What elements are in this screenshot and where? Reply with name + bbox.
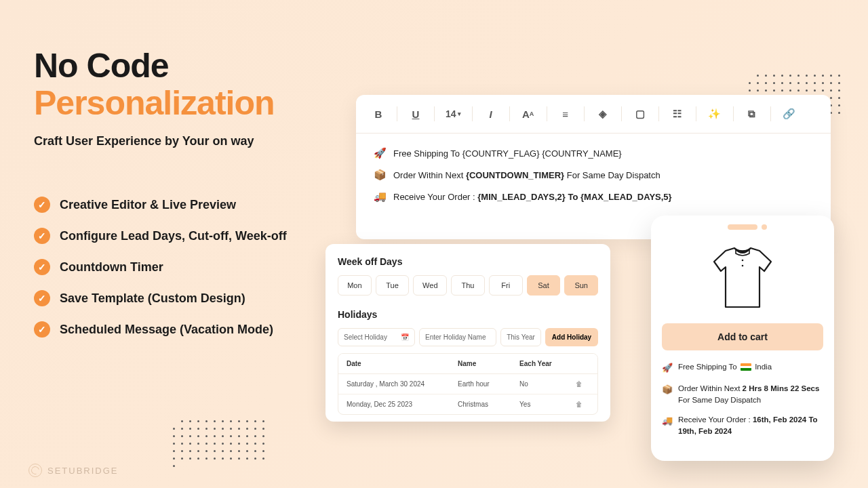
day-chip-tue[interactable]: Tue	[376, 275, 410, 296]
trash-icon[interactable]: 🗑	[569, 380, 589, 388]
hero-section: No Code Personalization Craft User Exper…	[34, 47, 332, 148]
dots-decoration	[173, 420, 265, 467]
holidays-title: Holidays	[338, 309, 598, 320]
cell-name: Christmas	[458, 401, 519, 408]
truck-icon: 🚚	[662, 414, 673, 438]
feature-label: Countdown Timer	[60, 260, 163, 274]
feature-item: ✓Countdown Timer	[34, 259, 287, 275]
feature-label: Creative Editor & Live Preview	[60, 198, 236, 212]
this-year-toggle[interactable]: This Year	[500, 328, 541, 346]
phone-line: 🚚Receive Your Order : 16th, Feb 2024 To …	[662, 414, 823, 438]
check-icon: ✓	[34, 228, 50, 244]
india-flag-icon	[741, 363, 751, 371]
rocket-icon: 🚀	[662, 361, 673, 375]
cell-each: No	[519, 380, 569, 388]
phone-line: 📦Order Within Next 2 Hrs 8 Mins 22 Secs …	[662, 383, 823, 407]
svg-point-1	[742, 265, 744, 267]
col-date: Date	[347, 360, 458, 367]
editor-content[interactable]: 🚀Free Shipping To {COUNTRY_FLAG} {COUNTR…	[356, 134, 831, 219]
editor-line: 🚚Receive Your Order : {MIN_LEAD_DAYS,2} …	[374, 190, 813, 203]
phone-notch	[651, 221, 834, 233]
font-size-select[interactable]: 14▾	[443, 104, 464, 123]
col-name: Name	[458, 360, 519, 367]
holiday-form: Select Holiday📅 Enter Holiday Name This …	[338, 328, 598, 346]
feature-label: Configure Lead Days, Cut-off, Week-off	[60, 229, 287, 243]
image-button[interactable]: ▢	[630, 104, 650, 123]
editor-toolbar: B U 14▾ I AA ≡ ◈ ▢ ☷ ✨ ⧉ 🔗	[356, 95, 831, 134]
phone-preview: Add to cart 🚀Free Shipping To India 📦Ord…	[651, 216, 834, 461]
feature-label: Save Template (Custom Design)	[60, 291, 245, 306]
calendar-icon: 📅	[401, 333, 409, 341]
list-button[interactable]: ☷	[667, 104, 688, 123]
editor-line: 🚀Free Shipping To {COUNTRY_FLAG} {COUNTR…	[374, 147, 813, 159]
editor-text: Free Shipping To {COUNTRY_FLAG} {COUNTRY…	[393, 148, 622, 159]
cell-date: Monday, Dec 25 2023	[347, 401, 458, 408]
feature-item: ✓Creative Editor & Live Preview	[34, 197, 287, 213]
feature-item: ✓Configure Lead Days, Cut-off, Week-off	[34, 228, 287, 244]
table-row: Monday, Dec 25 2023 Christmas Yes 🗑	[338, 394, 597, 414]
day-chip-sun[interactable]: Sun	[564, 275, 598, 296]
add-to-cart-button[interactable]: Add to cart	[662, 323, 823, 350]
day-chip-fri[interactable]: Fri	[489, 275, 523, 296]
cell-name: Earth hour	[458, 380, 519, 388]
check-icon: ✓	[34, 290, 50, 306]
table-row: Saturday , March 30 2024 Earth hour No 🗑	[338, 374, 597, 394]
feature-item: ✓Scheduled Message (Vacation Mode)	[34, 321, 287, 338]
italic-button[interactable]: I	[481, 104, 501, 123]
svg-point-0	[742, 260, 744, 262]
check-icon: ✓	[34, 197, 50, 213]
day-chip-wed[interactable]: Wed	[413, 275, 447, 296]
hero-title-line1: No Code	[34, 47, 169, 85]
align-button[interactable]: ≡	[555, 104, 576, 123]
feature-label: Scheduled Message (Vacation Mode)	[60, 323, 273, 337]
col-each: Each Year	[519, 360, 569, 367]
editor-text: Receive Your Order : {MIN_LEAD_DAYS,2} T…	[393, 192, 672, 202]
font-button[interactable]: AA	[518, 104, 538, 123]
truck-icon: 🚚	[374, 190, 387, 203]
tshirt-icon	[702, 243, 783, 314]
product-image	[651, 237, 834, 323]
editor-line: 📦Order Within Next {COUNTDOWN_TIMER} For…	[374, 169, 813, 181]
copy-button[interactable]: ⧉	[742, 104, 762, 123]
trash-icon[interactable]: 🗑	[569, 401, 589, 408]
package-icon: 📦	[374, 169, 387, 181]
rocket-icon: 🚀	[374, 147, 387, 159]
magic-button[interactable]: ✨	[705, 104, 725, 123]
weekoff-card: Week off Days Mon Tue Wed Thu Fri Sat Su…	[326, 244, 610, 422]
hero-subtitle: Craft User Experience by Your on way	[34, 134, 332, 148]
phone-text: Free Shipping To India	[678, 361, 772, 375]
day-chip-thu[interactable]: Thu	[451, 275, 485, 296]
day-chip-mon[interactable]: Mon	[338, 275, 372, 296]
weekoff-title: Week off Days	[338, 256, 598, 267]
day-chip-sat[interactable]: Sat	[527, 275, 561, 296]
select-holiday-input[interactable]: Select Holiday📅	[338, 328, 415, 346]
check-icon: ✓	[34, 321, 50, 338]
fill-color-button[interactable]: ◈	[593, 104, 613, 123]
package-icon: 📦	[662, 383, 673, 407]
holiday-name-input[interactable]: Enter Holiday Name	[419, 328, 496, 346]
phone-text: Order Within Next 2 Hrs 8 Mins 22 Secs F…	[678, 383, 823, 407]
features-list: ✓Creative Editor & Live Preview ✓Configu…	[34, 197, 287, 352]
hero-title-line2: Personalization	[34, 85, 332, 122]
phone-line: 🚀Free Shipping To India	[662, 361, 823, 375]
brand-name: SETUBRIDGE	[47, 466, 119, 476]
bold-button[interactable]: B	[368, 104, 389, 123]
table-header: Date Name Each Year	[338, 354, 597, 374]
cell-each: Yes	[519, 401, 569, 408]
feature-item: ✓Save Template (Custom Design)	[34, 290, 287, 306]
underline-button[interactable]: U	[406, 104, 426, 123]
day-selector: Mon Tue Wed Thu Fri Sat Sun	[338, 275, 598, 296]
check-icon: ✓	[34, 259, 50, 275]
holiday-table: Date Name Each Year Saturday , March 30 …	[338, 353, 598, 415]
hero-title: No Code Personalization	[34, 47, 332, 122]
phone-text: Receive Your Order : 16th, Feb 2024 To 1…	[678, 414, 823, 438]
cell-date: Saturday , March 30 2024	[347, 380, 458, 388]
editor-text: Order Within Next {COUNTDOWN_TIMER} For …	[393, 170, 660, 180]
phone-messages: 🚀Free Shipping To India 📦Order Within Ne…	[651, 361, 834, 438]
brand-footer: SETUBRIDGE	[28, 464, 119, 477]
link-button[interactable]: 🔗	[779, 104, 800, 123]
brand-logo-icon	[28, 464, 42, 477]
add-holiday-button[interactable]: Add Holiday	[545, 328, 598, 346]
